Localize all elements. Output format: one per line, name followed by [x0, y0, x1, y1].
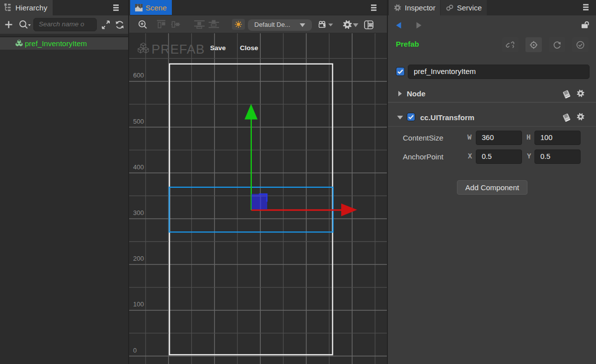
svg-text:400: 400 — [133, 163, 144, 171]
svg-text:300: 300 — [133, 209, 144, 217]
svg-text:600: 600 — [133, 72, 144, 79]
svg-text:0: 0 — [133, 347, 137, 354]
svg-text:100: 100 — [133, 300, 144, 308]
svg-text:500: 500 — [133, 118, 144, 125]
svg-text:200: 200 — [133, 255, 144, 262]
